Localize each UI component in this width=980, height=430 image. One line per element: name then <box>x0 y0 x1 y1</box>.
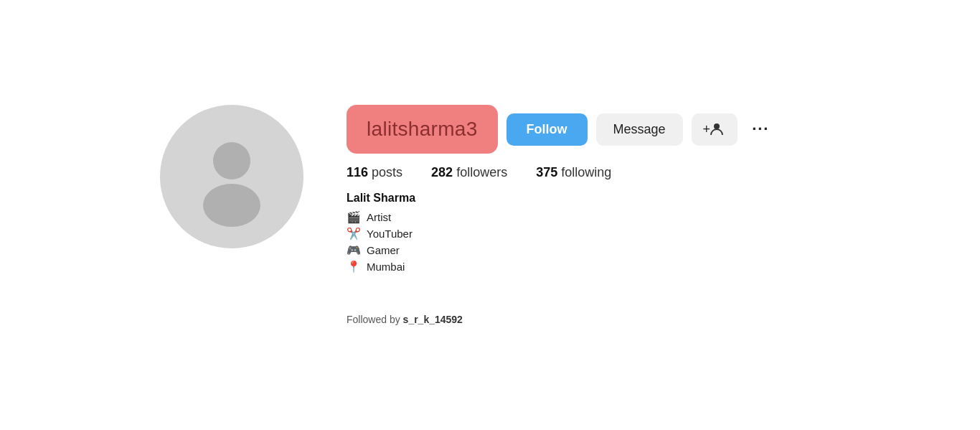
youtuber-icon: ✂️ <box>347 227 361 240</box>
bio-section: Lalit Sharma 🎬 Artist ✂️ YouTuber 🎮 Game… <box>347 192 820 274</box>
avatar <box>160 105 303 248</box>
followed-by-prefix: Followed by <box>347 314 403 325</box>
follow-button[interactable]: Follow <box>507 113 588 146</box>
following-label: following <box>561 165 611 180</box>
username-text: lalitsharma3 <box>367 118 478 140</box>
posts-count: 116 <box>347 165 368 180</box>
gamer-icon: 🎮 <box>347 243 361 257</box>
add-friend-button[interactable]: + <box>692 113 738 146</box>
svg-point-2 <box>714 123 720 129</box>
location-text: Mumbai <box>367 261 405 273</box>
avatar-silhouette <box>160 105 303 248</box>
following-count: 375 <box>536 165 557 180</box>
svg-point-0 <box>213 142 250 179</box>
top-row: lalitsharma3 Follow Message + ··· <box>347 105 820 154</box>
artist-icon: 🎬 <box>347 210 361 224</box>
location-icon: 📍 <box>347 260 361 274</box>
person-icon <box>710 123 726 136</box>
profile-container: lalitsharma3 Follow Message + ··· 116 po… <box>131 76 849 354</box>
bio-line-gamer: 🎮 Gamer <box>347 243 820 257</box>
username-badge: lalitsharma3 <box>347 105 498 154</box>
svg-point-1 <box>203 184 260 227</box>
bio-line-youtuber: ✂️ YouTuber <box>347 227 820 240</box>
more-options-button[interactable]: ··· <box>746 114 775 144</box>
bio-line-artist: 🎬 Artist <box>347 210 820 224</box>
followed-by-user[interactable]: s_r_k_14592 <box>403 314 463 325</box>
more-icon: ··· <box>752 120 769 138</box>
avatar-section <box>160 105 303 248</box>
message-button[interactable]: Message <box>596 113 683 146</box>
posts-label: posts <box>372 165 402 180</box>
followed-by: Followed by s_r_k_14592 <box>347 314 820 325</box>
add-friend-icon: + <box>703 122 711 137</box>
followers-count: 282 <box>431 165 453 180</box>
followers-label: followers <box>456 165 507 180</box>
followers-stat[interactable]: 282 followers <box>431 165 507 180</box>
info-section: lalitsharma3 Follow Message + ··· 116 po… <box>347 105 820 325</box>
posts-stat: 116 posts <box>347 165 402 180</box>
following-stat[interactable]: 375 following <box>536 165 611 180</box>
youtuber-text: YouTuber <box>367 228 413 240</box>
display-name: Lalit Sharma <box>347 192 820 205</box>
gamer-text: Gamer <box>367 244 400 256</box>
artist-text: Artist <box>367 211 391 223</box>
bio-line-location: 📍 Mumbai <box>347 260 820 274</box>
stats-row: 116 posts 282 followers 375 following <box>347 165 820 180</box>
